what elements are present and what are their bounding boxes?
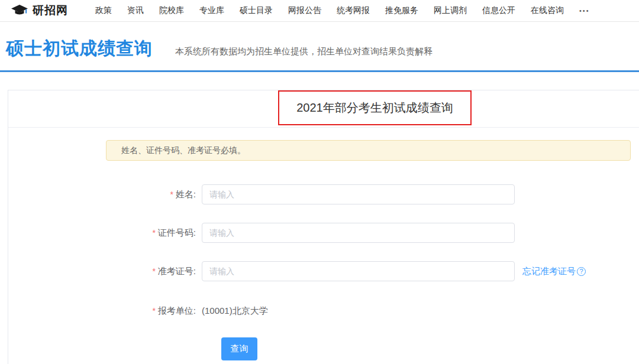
name-input[interactable] — [202, 184, 515, 204]
nav-item-news[interactable]: 资讯 — [127, 5, 144, 16]
nav-menu: 政策 资讯 院校库 专业库 硕士目录 网报公告 统考网报 推免服务 网上调剂 信… — [80, 5, 590, 16]
top-navbar: 研招网 政策 资讯 院校库 专业库 硕士目录 网报公告 统考网报 推免服务 网上… — [0, 0, 639, 22]
page: 研招网 政策 资讯 院校库 专业库 硕士目录 网报公告 统考网报 推免服务 网上… — [0, 0, 639, 364]
nav-item-info[interactable]: 信息公开 — [482, 5, 515, 16]
ticket-input[interactable] — [202, 261, 515, 281]
nav-more-dots-icon[interactable]: ••• — [579, 7, 590, 14]
page-title: 硕士初试成绩查询 — [6, 37, 153, 61]
query-button[interactable]: 查询 — [221, 337, 257, 360]
nav-item-policy[interactable]: 政策 — [95, 5, 112, 16]
ticket-label: *准考证号: — [8, 261, 196, 281]
required-fields-notice: 姓名、证件号码、准考证号必填。 — [106, 140, 631, 161]
page-subtitle: 本系统所有数据均为招生单位提供，招生单位对查询结果负责解释 — [175, 46, 433, 57]
nav-item-catalog[interactable]: 硕士目录 — [240, 5, 273, 16]
site-logo[interactable]: 研招网 — [11, 3, 68, 18]
nav-item-exemption[interactable]: 推免服务 — [385, 5, 418, 16]
question-mark-icon: ? — [577, 267, 586, 276]
idcard-label: *证件号码: — [8, 223, 196, 243]
form-row-ticket: *准考证号: 忘记准考证号? — [8, 261, 639, 281]
query-panel: 2021年部分考生初试成绩查询 姓名、证件号码、准考证号必填。 *姓名: *证件… — [8, 90, 639, 364]
form-row-unit: *报考单位: (10001)北京大学 — [8, 301, 639, 321]
required-asterisk: * — [152, 266, 155, 276]
form-row-name: *姓名: — [8, 184, 639, 204]
page-header: 硕士初试成绩查询 本系统所有数据均为招生单位提供，招生单位对查询结果负责解释 — [0, 35, 639, 63]
required-asterisk: * — [170, 190, 173, 199]
unit-label: *报考单位: — [8, 301, 196, 321]
graduation-cap-icon — [11, 4, 28, 17]
nav-item-majors[interactable]: 专业库 — [199, 5, 224, 16]
site-logo-text: 研招网 — [33, 3, 68, 18]
required-asterisk: * — [152, 228, 155, 238]
panel-title: 2021年部分考生初试成绩查询 — [296, 100, 453, 116]
forgot-ticket-link[interactable]: 忘记准考证号? — [522, 261, 586, 281]
panel-header: 2021年部分考生初试成绩查询 — [8, 90, 639, 128]
nav-item-adjust[interactable]: 网上调剂 — [434, 5, 467, 16]
unit-value: (10001)北京大学 — [202, 301, 268, 321]
name-label: *姓名: — [8, 184, 196, 204]
nav-item-notices[interactable]: 网报公告 — [288, 5, 321, 16]
required-asterisk: * — [152, 306, 155, 316]
header-divider — [0, 70, 639, 72]
nav-item-colleges[interactable]: 院校库 — [159, 5, 184, 16]
idcard-input[interactable] — [202, 223, 515, 243]
form-row-idcard: *证件号码: — [8, 223, 639, 243]
nav-item-apply[interactable]: 统考网报 — [337, 5, 370, 16]
red-highlight-box: 2021年部分考生初试成绩查询 — [278, 90, 472, 125]
nav-item-consult[interactable]: 在线咨询 — [531, 5, 564, 16]
